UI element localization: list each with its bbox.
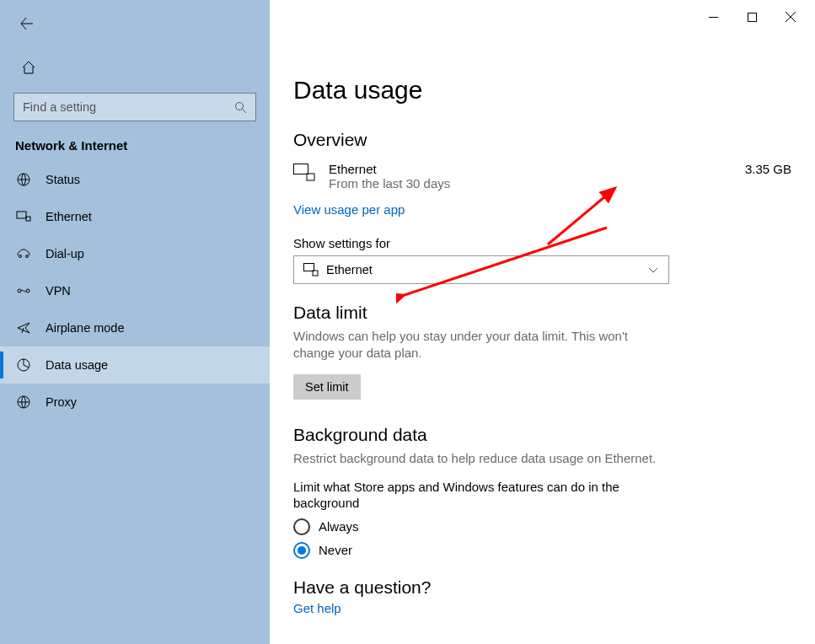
sidebar-item-label: Airplane mode [46, 321, 125, 335]
svg-rect-15 [294, 164, 308, 174]
sidebar-item-label: Dial-up [46, 247, 84, 260]
search-box[interactable] [13, 93, 256, 121]
sidebar-item-label: Status [46, 173, 80, 186]
back-arrow-icon [20, 17, 34, 30]
home-button[interactable] [15, 54, 42, 81]
radio-label: Always [319, 519, 359, 534]
sidebar-item-label: Proxy [46, 395, 77, 409]
background-heading: Background data [293, 425, 791, 445]
background-desc: Restrict background data to help reduce … [293, 450, 664, 467]
vpn-icon [15, 282, 32, 299]
sidebar-item-ethernet[interactable]: Ethernet [0, 198, 270, 235]
window-controls [270, 0, 815, 27]
data-limit-desc: Windows can help you stay under your dat… [293, 328, 664, 362]
airplane-icon [15, 319, 32, 336]
category-label: Network & Internet [0, 121, 270, 161]
svg-rect-16 [307, 174, 314, 180]
svg-point-0 [236, 102, 244, 110]
close-icon [786, 12, 796, 22]
ethernet-icon [15, 208, 32, 225]
overview-row: Ethernet From the last 30 days 3.35 GB [293, 162, 791, 191]
show-settings-label: Show settings for [293, 236, 791, 250]
adapter-dropdown[interactable]: Ethernet [293, 255, 669, 284]
svg-rect-3 [17, 212, 26, 218]
radio-circle-icon [293, 542, 310, 559]
radio-never[interactable]: Never [293, 542, 791, 559]
minimize-button[interactable] [694, 5, 732, 29]
sidebar-item-label: Data usage [46, 358, 108, 372]
svg-point-6 [26, 255, 29, 258]
sidebar-item-status[interactable]: Status [0, 161, 270, 198]
close-button[interactable] [771, 5, 810, 29]
sidebar-item-dialup[interactable]: Dial-up [0, 235, 270, 272]
maximize-button[interactable] [732, 5, 771, 29]
home-icon [21, 60, 36, 75]
svg-point-5 [19, 255, 22, 258]
view-per-app-link[interactable]: View usage per app [293, 202, 405, 217]
set-limit-button[interactable]: Set limit [293, 374, 361, 400]
svg-rect-17 [304, 264, 314, 271]
help-heading: Have a question? [293, 577, 791, 598]
svg-rect-12 [748, 13, 756, 21]
dropdown-value: Ethernet [326, 263, 648, 276]
chevron-down-icon [648, 262, 660, 277]
proxy-icon [15, 394, 32, 411]
sidebar-item-airplane[interactable]: Airplane mode [0, 309, 270, 346]
dialup-icon [15, 245, 32, 262]
maximize-icon [748, 13, 757, 22]
back-button[interactable] [13, 10, 40, 37]
overview-heading: Overview [293, 130, 791, 150]
status-icon [15, 171, 32, 188]
svg-point-8 [26, 289, 29, 292]
overview-adapter-name: Ethernet [329, 162, 745, 176]
sidebar-item-datausage[interactable]: Data usage [0, 346, 270, 384]
overview-amount: 3.35 GB [745, 162, 791, 176]
search-icon [234, 101, 247, 114]
main-area: Data usage Overview Ethernet From the la… [270, 0, 815, 644]
svg-rect-4 [26, 217, 30, 221]
page-title: Data usage [293, 76, 791, 105]
radio-circle-icon [293, 518, 310, 535]
svg-point-7 [18, 289, 21, 292]
minimize-icon [709, 13, 718, 22]
data-limit-heading: Data limit [293, 303, 791, 323]
ethernet-icon [303, 263, 319, 276]
svg-line-1 [243, 109, 247, 113]
sidebar-item-label: VPN [46, 284, 71, 298]
sidebar-item-vpn[interactable]: VPN [0, 272, 270, 309]
sidebar: Network & Internet Status Ethernet Dial-… [0, 0, 270, 644]
ethernet-adapter-icon [293, 162, 320, 185]
nav-list: Status Ethernet Dial-up VPN Airplane mod… [0, 161, 270, 421]
sidebar-item-label: Ethernet [46, 210, 92, 223]
datausage-icon [15, 357, 32, 373]
radio-label: Never [319, 543, 352, 557]
background-sublabel: Limit what Store apps and Windows featur… [293, 479, 664, 512]
sidebar-item-proxy[interactable]: Proxy [0, 384, 270, 421]
search-input[interactable] [23, 100, 234, 114]
overview-period: From the last 30 days [329, 176, 745, 191]
get-help-link[interactable]: Get help [293, 601, 341, 615]
radio-always[interactable]: Always [293, 518, 791, 535]
